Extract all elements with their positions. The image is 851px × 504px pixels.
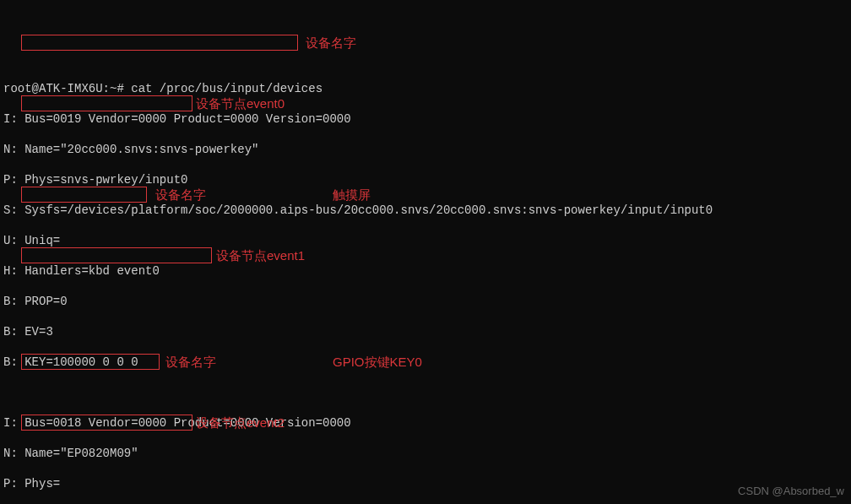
ann-dev2-name: 设备名字 <box>155 187 206 203</box>
prompt: root@ATK-IMX6U:~# <box>3 82 131 95</box>
ann-dev3-name: 设备名字 <box>165 355 216 370</box>
dev1-sysfs: S: Sysfs=/devices/platform/soc/2000000.a… <box>3 203 848 218</box>
terminal-output: root@ATK-IMX6U:~# cat /proc/bus/input/de… <box>3 66 848 504</box>
command-text: cat /proc/bus/input/devices <box>131 82 323 95</box>
dev1-key: B: KEY=100000 0 0 0 <box>3 355 848 370</box>
dev1-handlers: H: Handlers=kbd event0 <box>3 263 848 279</box>
blank <box>3 385 848 400</box>
ann-gpiokey: GPIO按键KEY0 <box>333 355 422 370</box>
watermark: CSDN @Absorbed_w <box>738 484 844 499</box>
dev2-bus: I: Bus=0018 Vendor=0000 Product=0000 Ver… <box>3 415 848 431</box>
dev1-uniq: U: Uniq= <box>3 233 848 248</box>
dev1-phys: P: Phys=snvs-pwrkey/input0 <box>3 172 848 187</box>
ann-dev1-event0: 设备节点event0 <box>196 96 285 111</box>
command-line: root@ATK-IMX6U:~# cat /proc/bus/input/de… <box>3 81 848 96</box>
dev2-name: N: Name="EP0820M09" <box>3 446 848 461</box>
dev1-name: N: Name="20cc000.snvs:snvs-powerkey" <box>3 142 848 157</box>
dev1-prop: B: PROP=0 <box>3 294 848 309</box>
dev1-ev: B: EV=3 <box>3 324 848 339</box>
dev1-bus: I: Bus=0019 Vendor=0000 Product=0000 Ver… <box>3 111 848 127</box>
ann-touchscreen: 触摸屏 <box>333 187 371 203</box>
box-dev1-name <box>21 35 298 51</box>
ann-dev1-name: 设备名字 <box>306 35 356 51</box>
ann-dev2-event1: 设备节点event1 <box>216 248 305 263</box>
dev2-phys: P: Phys= <box>3 476 848 491</box>
ann-dev3-event2: 设备节点event2 <box>196 415 285 431</box>
